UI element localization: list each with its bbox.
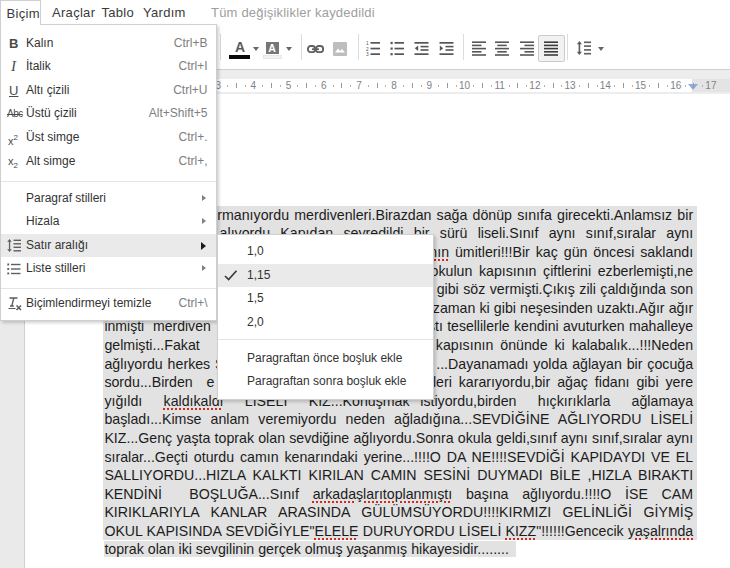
- svg-text:3: 3: [366, 52, 369, 56]
- svg-text:2: 2: [366, 47, 369, 52]
- svg-text:1: 1: [366, 41, 369, 46]
